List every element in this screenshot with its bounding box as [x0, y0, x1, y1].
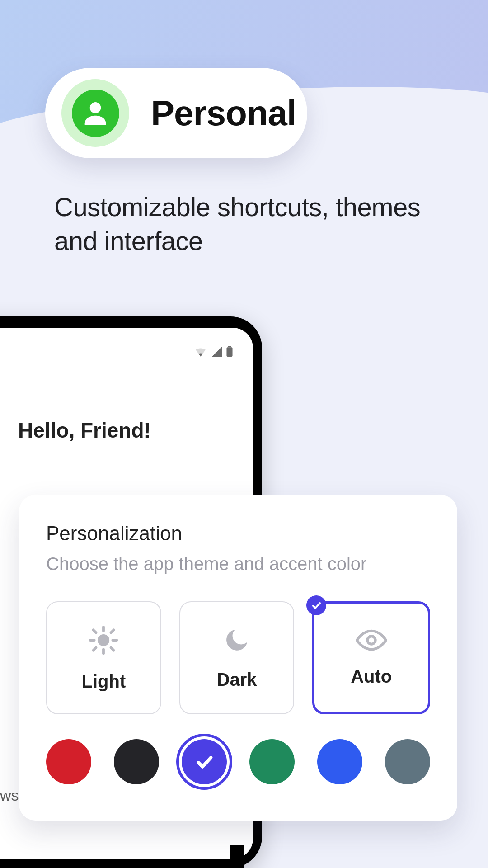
- svg-point-12: [367, 636, 375, 644]
- accent-swatch-black[interactable]: [114, 739, 159, 784]
- theme-option-dark[interactable]: Dark: [179, 601, 295, 714]
- svg-point-3: [99, 635, 108, 644]
- wifi-icon: [195, 347, 206, 357]
- accent-swatch-green[interactable]: [249, 739, 295, 784]
- check-icon: [194, 752, 214, 772]
- theme-option-light[interactable]: Light: [46, 601, 161, 714]
- theme-option-auto[interactable]: Auto: [312, 601, 430, 714]
- phone-greeting: Hello, Friend!: [18, 418, 151, 443]
- hero-subheading: Customizable shortcuts, themes and inter…: [54, 190, 443, 258]
- accent-swatch-slate[interactable]: [385, 739, 430, 784]
- signal-icon: [211, 347, 222, 357]
- svg-rect-2: [228, 346, 231, 347]
- pill-label: Personal: [151, 93, 296, 134]
- svg-line-11: [111, 630, 114, 632]
- personalization-card: Personalization Choose the app theme and…: [19, 495, 457, 821]
- avatar-outer: [61, 79, 129, 147]
- battery-icon: [226, 346, 233, 357]
- svg-line-10: [94, 647, 96, 650]
- svg-rect-1: [226, 347, 232, 357]
- selected-check-icon: [306, 595, 326, 615]
- edge-clipped-text: ws: [0, 787, 19, 804]
- phone-frame-bottom-edge: [230, 845, 244, 868]
- person-icon: [72, 90, 119, 137]
- status-bar: [195, 346, 233, 357]
- svg-line-6: [94, 630, 96, 632]
- moon-icon: [223, 626, 251, 656]
- accent-swatch-blue[interactable]: [317, 739, 362, 784]
- accent-color-row: [46, 739, 430, 784]
- eye-icon: [356, 629, 387, 653]
- accent-swatch-indigo[interactable]: [182, 739, 227, 784]
- theme-label: Auto: [351, 666, 392, 687]
- svg-point-0: [90, 102, 101, 113]
- svg-line-7: [111, 647, 114, 650]
- theme-options-row: Light Dark Auto: [46, 601, 430, 714]
- card-subtitle: Choose the app theme and accent color: [46, 554, 430, 574]
- personal-pill: Personal: [45, 68, 307, 158]
- theme-label: Dark: [217, 670, 257, 690]
- sun-icon: [88, 624, 119, 658]
- card-title: Personalization: [46, 522, 430, 545]
- theme-label: Light: [81, 671, 126, 692]
- accent-swatch-red[interactable]: [46, 739, 91, 784]
